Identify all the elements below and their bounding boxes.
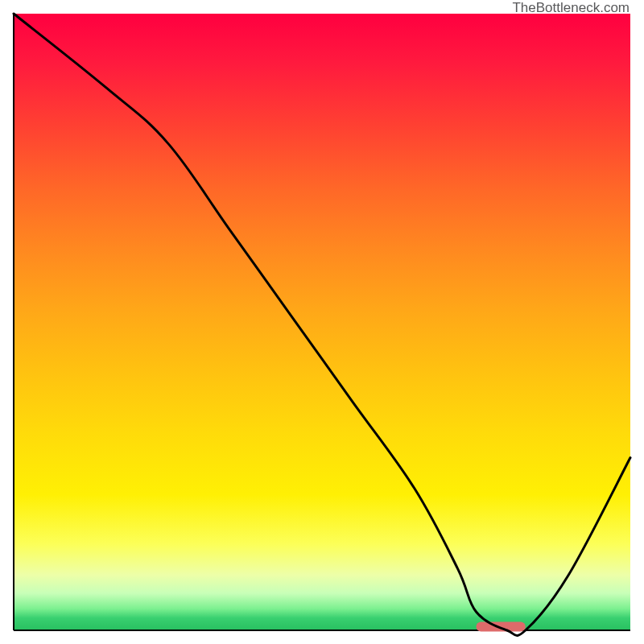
- chart-container: TheBottleneck.com: [0, 0, 644, 644]
- svg-rect-2: [477, 621, 526, 631]
- bottleneck-curve: [14, 14, 630, 636]
- watermark-text: TheBottleneck.com: [512, 0, 630, 16]
- optimum-marker: [477, 621, 526, 631]
- chart-frame: [14, 14, 630, 630]
- chart-overlay: [0, 0, 644, 644]
